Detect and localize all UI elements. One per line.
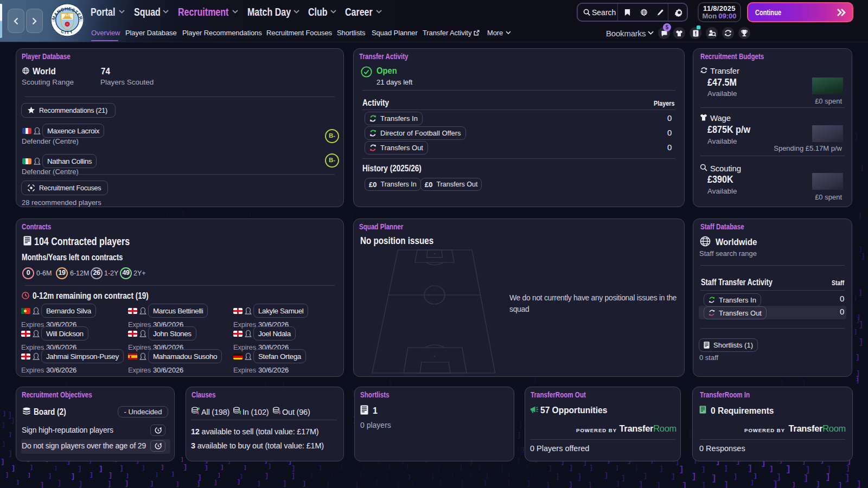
- svg-text:94: 94: [79, 19, 82, 22]
- svg-text:18: 18: [52, 19, 55, 22]
